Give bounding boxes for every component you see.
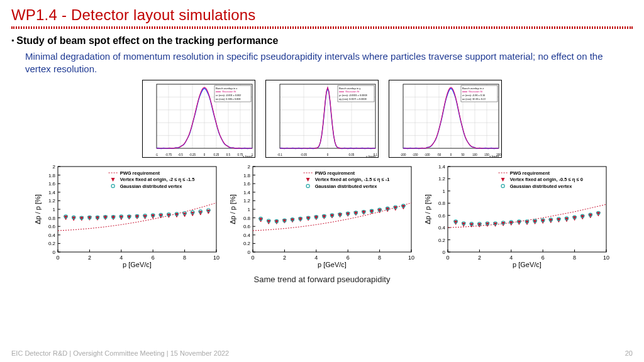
svg-text:-50: -50 — [437, 153, 441, 156]
svg-text:6: 6 — [541, 255, 545, 261]
svg-text:-0.5: -0.5 — [178, 153, 183, 156]
svg-text:2: 2 — [248, 164, 251, 170]
svg-text:-0.25: -0.25 — [189, 153, 196, 156]
svg-text:-1: -1 — [155, 153, 158, 156]
svg-text:1.2: 1.2 — [48, 198, 56, 204]
gauss-plot-z: -200-150-100-50050100150200z [mm]Normali… — [389, 80, 502, 158]
svg-text:8: 8 — [378, 255, 381, 261]
svg-text:0.2: 0.2 — [243, 241, 251, 246]
svg-text:σz (mm): 32.85 ± 0.22: σz (mm): 32.85 ± 0.22 — [462, 98, 486, 101]
svg-text:0: 0 — [53, 250, 56, 255]
svg-point-211 — [306, 184, 309, 187]
svg-text:x [mm]: x [mm] — [243, 155, 253, 158]
svg-text:0.6: 0.6 — [243, 224, 251, 229]
svg-text:1: 1 — [248, 207, 251, 212]
description: Minimal degradation of momentum resoluti… — [25, 50, 629, 76]
svg-text:σy (mm): 0.0071 ± 0.0003: σy (mm): 0.0071 ± 0.0003 — [339, 98, 367, 101]
svg-text:Vertex fixed at origin, -0.5 ≤: Vertex fixed at origin, -0.5 ≤ η ≤ 0 — [510, 177, 583, 182]
svg-text:8: 8 — [183, 255, 186, 261]
svg-text:Gaussian distributed vertex: Gaussian distributed vertex — [510, 184, 573, 189]
svg-text:0.6: 0.6 — [48, 224, 56, 229]
svg-text:Vertex fixed at origin, -2 ≤ η: Vertex fixed at origin, -2 ≤ η ≤ -1.5 — [120, 177, 195, 182]
svg-text:8: 8 — [573, 255, 576, 261]
svg-text:1.8: 1.8 — [243, 172, 251, 178]
svg-text:z [mm]: z [mm] — [489, 155, 499, 158]
svg-text:0: 0 — [204, 153, 206, 156]
svg-text:6: 6 — [347, 255, 350, 261]
svg-point-150 — [111, 184, 114, 187]
svg-text:Δp / p [%]: Δp / p [%] — [34, 194, 42, 224]
svg-text:σx (mm): 0.186 ± 0.003: σx (mm): 0.186 ± 0.003 — [216, 98, 240, 101]
svg-text:Vertex fixed at origin, -1.5 ≤: Vertex fixed at origin, -1.5 ≤ η ≤ -1 — [315, 177, 390, 182]
svg-text:0.2: 0.2 — [438, 237, 446, 243]
svg-text:50: 50 — [461, 153, 465, 156]
svg-text:100: 100 — [472, 153, 477, 156]
svg-text:4: 4 — [509, 255, 513, 261]
gaussian-row: -1-0.75-0.5-0.2500.250.50.751x [mm]Norma… — [11, 80, 633, 158]
svg-text:0.5: 0.5 — [226, 153, 231, 156]
svg-text:Δp / p [%]: Δp / p [%] — [424, 194, 431, 224]
bullet-1: Study of beam spot effect on the trackin… — [11, 35, 633, 47]
caption: Same trend at forward pseudorapidity — [11, 275, 633, 284]
gauss-plot-y: -0.1-0.0500.050.1y [mm]Normalized events… — [265, 80, 379, 158]
svg-text:0: 0 — [56, 255, 59, 261]
svg-text:-100: -100 — [424, 153, 430, 156]
svg-text:Gaussian distributed vertex: Gaussian distributed vertex — [315, 184, 378, 189]
svg-text:PWG requirement: PWG requirement — [315, 170, 355, 176]
svg-text:0.8: 0.8 — [48, 215, 56, 221]
svg-text:x₀ (mm): -0.001 ± 0.002: x₀ (mm): -0.001 ± 0.002 — [216, 94, 241, 97]
svg-text:0: 0 — [443, 250, 446, 255]
svg-text:2: 2 — [478, 255, 481, 261]
svg-text:Δp / p [%]: Δp / p [%] — [229, 194, 236, 224]
svg-text:1.4: 1.4 — [243, 189, 251, 195]
svg-text:PWG requirement: PWG requirement — [510, 170, 550, 176]
scatter-row: 024681000.20.40.60.811.21.41.61.82p [GeV… — [11, 163, 633, 270]
title-divider — [11, 26, 633, 29]
svg-text:p [GeV/c]: p [GeV/c] — [513, 261, 541, 268]
svg-text:PWG requirement: PWG requirement — [120, 170, 160, 176]
footer: EIC Detector R&D | Oversight Committee M… — [11, 349, 229, 357]
svg-text:p [GeV/c]: p [GeV/c] — [123, 261, 152, 268]
svg-text:-200: -200 — [400, 153, 406, 156]
gauss-plot-x: -1-0.75-0.5-0.2500.250.50.751x [mm]Norma… — [142, 80, 255, 158]
svg-text:1.4: 1.4 — [48, 189, 56, 195]
svg-text:4: 4 — [119, 255, 123, 261]
scatter-plot-3: 024681000.20.40.60.811.21.4p [GeV/c]Δp /… — [423, 163, 611, 270]
svg-text:z₀ (mm): -0.36 ± 0.16: z₀ (mm): -0.36 ± 0.16 — [462, 94, 485, 97]
svg-text:p [GeV/c]: p [GeV/c] — [318, 261, 347, 268]
svg-text:Gaussian fit: Gaussian fit — [345, 90, 360, 93]
svg-text:10: 10 — [408, 255, 414, 261]
svg-text:0.2: 0.2 — [48, 241, 56, 246]
svg-text:2: 2 — [53, 164, 56, 170]
svg-text:4: 4 — [314, 255, 318, 261]
page-number: 20 — [625, 349, 633, 357]
svg-text:Gaussian fit: Gaussian fit — [222, 90, 236, 93]
svg-text:-0.75: -0.75 — [165, 153, 172, 156]
svg-text:0.05: 0.05 — [349, 153, 355, 156]
svg-text:y [mm]: y [mm] — [366, 155, 376, 158]
svg-text:0.25: 0.25 — [214, 153, 219, 156]
svg-text:0: 0 — [248, 250, 251, 255]
svg-text:0.8: 0.8 — [438, 200, 446, 206]
svg-text:0: 0 — [327, 153, 329, 156]
svg-text:0.4: 0.4 — [438, 225, 446, 231]
svg-text:0.6: 0.6 — [438, 212, 446, 218]
svg-text:1: 1 — [443, 188, 446, 194]
svg-text:10: 10 — [213, 255, 219, 261]
svg-text:0: 0 — [450, 153, 452, 156]
svg-text:10: 10 — [603, 255, 609, 261]
svg-point-266 — [501, 184, 504, 187]
svg-text:-0.1: -0.1 — [277, 153, 282, 156]
scatter-plot-2: 024681000.20.40.60.811.21.41.61.82p [GeV… — [228, 163, 416, 270]
svg-text:1.4: 1.4 — [438, 164, 446, 170]
svg-text:0.4: 0.4 — [48, 232, 56, 238]
svg-text:1.6: 1.6 — [243, 181, 251, 187]
slide: WP1.4 - Detector layout simulations Stud… — [0, 0, 644, 362]
svg-text:-150: -150 — [412, 153, 418, 156]
scatter-plot-1: 024681000.20.40.60.811.21.41.61.82p [GeV… — [33, 163, 221, 270]
svg-text:1.8: 1.8 — [48, 172, 56, 178]
svg-text:y₀ (mm): -0.0001 ± 0.0003: y₀ (mm): -0.0001 ± 0.0003 — [339, 94, 367, 97]
svg-text:Gaussian distributed vertex: Gaussian distributed vertex — [120, 184, 183, 189]
svg-text:1.2: 1.2 — [243, 198, 251, 204]
svg-text:Gaussian fit: Gaussian fit — [469, 90, 483, 93]
